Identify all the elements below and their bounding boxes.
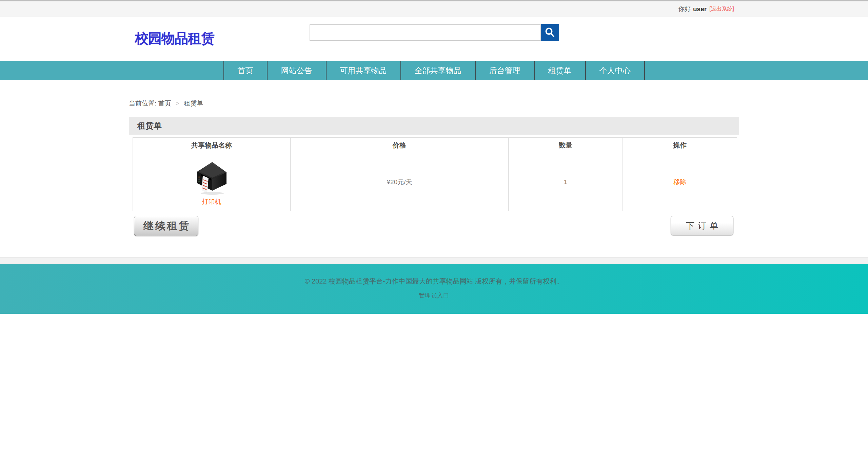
- item-action-cell: 移除: [623, 153, 737, 211]
- breadcrumb-current: 租赁单: [184, 100, 203, 107]
- admin-entry-link[interactable]: 管理员入口: [419, 291, 449, 299]
- place-order-button[interactable]: 下订单: [671, 216, 733, 235]
- panel-title: 租赁单: [129, 117, 739, 135]
- item-price-cell: ¥20元/天: [291, 153, 509, 211]
- breadcrumb-home-link[interactable]: 首页: [158, 100, 171, 107]
- nav-item-admin[interactable]: 后台管理: [476, 61, 535, 80]
- nav-item-all-items[interactable]: 全部共享物品: [401, 61, 476, 80]
- search-button[interactable]: [541, 24, 559, 41]
- site-logo[interactable]: 校园物品租赁: [135, 29, 214, 48]
- username-text: user: [693, 5, 707, 13]
- item-quantity-cell: 1: [509, 153, 623, 211]
- nav-item-home[interactable]: 首页: [223, 61, 268, 80]
- continue-rental-button[interactable]: 继续租赁: [134, 216, 198, 236]
- remove-link[interactable]: 移除: [673, 178, 686, 186]
- actions-row: 继续租赁 下订单: [129, 216, 739, 236]
- column-header-price: 价格: [291, 138, 509, 153]
- nav-item-announcements[interactable]: 网站公告: [268, 61, 327, 80]
- table-header-row: 共享物品名称 价格 数量 操作: [133, 138, 737, 153]
- main-content: 当前位置: 首页 > 租赁单 租赁单 共享物品名称 价格 数量 操作: [0, 80, 868, 257]
- search-box: [310, 24, 559, 41]
- item-name-link[interactable]: 打印机: [202, 197, 221, 206]
- table-row: 打印机 ¥20元/天 1 移除: [133, 153, 737, 211]
- greeting-text: 你好: [678, 5, 691, 14]
- column-header-item-name: 共享物品名称: [133, 138, 291, 153]
- item-name-cell: 打印机: [133, 153, 291, 211]
- nav-item-profile[interactable]: 个人中心: [586, 61, 645, 80]
- breadcrumb-chevron-icon: >: [176, 100, 179, 107]
- search-input[interactable]: [310, 24, 541, 41]
- site-footer: © 2022 校园物品租赁平台-力作中国最大的共享物品网站 版权所有，并保留所有…: [0, 264, 868, 314]
- breadcrumb-prefix: 当前位置:: [129, 100, 156, 107]
- nav-item-available-items[interactable]: 可用共享物品: [327, 61, 401, 80]
- main-nav: 首页 网站公告 可用共享物品 全部共享物品 后台管理 租赁单 个人中心: [0, 61, 868, 80]
- logout-link[interactable]: [退出系统]: [709, 5, 734, 13]
- search-icon: [544, 27, 556, 38]
- column-header-action: 操作: [623, 138, 737, 153]
- printer-image[interactable]: [195, 158, 229, 197]
- breadcrumb: 当前位置: 首页 > 租赁单: [129, 80, 739, 108]
- copyright-text: © 2022 校园物品租赁平台-力作中国最大的共享物品网站 版权所有，并保留所有…: [0, 264, 868, 286]
- site-header: 校园物品租赁: [0, 17, 868, 61]
- top-bar: 你好 user [退出系统]: [0, 1, 868, 17]
- rental-table: 共享物品名称 价格 数量 操作: [133, 137, 737, 211]
- column-header-quantity: 数量: [509, 138, 623, 153]
- nav-item-rental-order[interactable]: 租赁单: [535, 61, 586, 80]
- pre-footer-band: [0, 257, 868, 264]
